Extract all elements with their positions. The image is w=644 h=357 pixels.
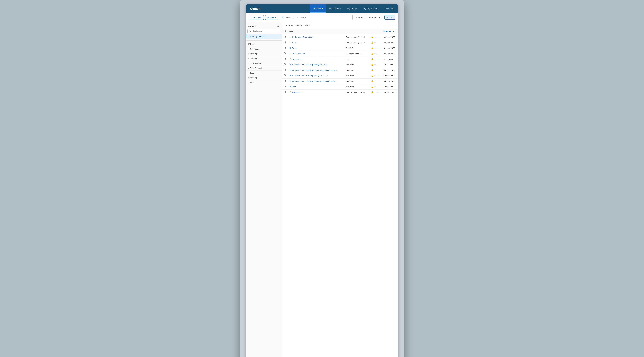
- title-column-header: Title: [287, 29, 344, 34]
- row-date-cell: Dec 10, 2020: [382, 34, 398, 40]
- table-row: ⬡ Parks_and_Open_Space Feature Layer (ho…: [282, 34, 398, 40]
- item-type-icon: 🗺: [289, 63, 292, 66]
- item-title-link[interactable]: trails: [292, 42, 296, 44]
- more-options-icon[interactable]: ···: [377, 58, 379, 60]
- lock-icon: 🔒: [371, 52, 374, 55]
- filter-status[interactable]: › Status: [246, 80, 282, 85]
- item-title-link[interactable]: My points1: [292, 91, 302, 93]
- item-title-link[interactable]: Test: [292, 86, 296, 88]
- filter-categories[interactable]: › Categories: [246, 47, 282, 51]
- row-checkbox-8[interactable]: [284, 80, 286, 82]
- row-icons: 🔒 ☆ ···: [371, 75, 380, 77]
- new-folder-icon[interactable]: ⊡: [277, 25, 279, 28]
- more-options-icon[interactable]: ···: [377, 75, 379, 77]
- row-date-cell: Aug 26, 2020: [382, 79, 398, 84]
- date-modified-label: Date Modified: [369, 16, 381, 19]
- filter-sharing[interactable]: › Sharing: [246, 75, 282, 80]
- favorite-icon[interactable]: ☆: [374, 58, 376, 60]
- filter-date-created[interactable]: › Date Created: [246, 66, 282, 71]
- row-checkbox-5[interactable]: [284, 64, 286, 65]
- filter-date-modified[interactable]: › Date modified: [246, 61, 282, 66]
- row-checkbox-1[interactable]: [284, 41, 286, 43]
- more-options-icon[interactable]: ···: [377, 69, 379, 71]
- search-bar[interactable]: 🔍: [280, 15, 352, 20]
- more-options-icon[interactable]: ···: [377, 91, 379, 93]
- item-title-link[interactable]: LA Parks and Trails Map (styled with pop…: [292, 69, 337, 71]
- lock-icon: 🔒: [371, 80, 374, 82]
- row-icons: 🔒 ☆ ···: [371, 41, 380, 44]
- tab-living-atlas[interactable]: Living Atlas: [382, 5, 398, 13]
- filters-title: Filters: [246, 42, 282, 47]
- top-navigation: Content My Content My Favorites My Group…: [246, 5, 398, 13]
- favorite-icon[interactable]: ☆: [374, 52, 376, 55]
- tab-my-groups[interactable]: My Groups: [344, 5, 360, 13]
- tab-my-content[interactable]: My Content: [310, 5, 326, 13]
- favorite-icon[interactable]: ☆: [374, 69, 376, 71]
- favorite-icon[interactable]: ☆: [374, 47, 376, 49]
- table-view-button[interactable]: ⊞ Table: [354, 15, 364, 20]
- row-type-cell: Feature Layer (hosted): [344, 90, 369, 95]
- tab-my-favorites[interactable]: My Favorites: [326, 5, 344, 13]
- item-title-link[interactable]: Trails: [292, 47, 297, 49]
- more-options-icon[interactable]: ···: [377, 52, 379, 55]
- more-options-icon[interactable]: ···: [377, 47, 379, 49]
- row-icons: 🔒 ☆ ···: [371, 69, 380, 71]
- row-checkbox-cell: [282, 79, 287, 84]
- folder-item-all-my-content[interactable]: 🗂 All My Content: [246, 34, 282, 39]
- favorite-icon[interactable]: ☆: [374, 80, 376, 82]
- item-title-link[interactable]: LA Parks and Trails Map (styled with pop…: [292, 80, 336, 82]
- table-row: ⬡ Trailheads_Tile Tile Layer (hosted) 🔒 …: [282, 51, 398, 57]
- favorite-icon[interactable]: ☆: [374, 41, 376, 44]
- row-checkbox-9[interactable]: [284, 86, 286, 88]
- filter-tags[interactable]: › Tags: [246, 71, 282, 75]
- item-title-link[interactable]: LA Parks and Trails Map (unstyled)-Copy1: [292, 64, 329, 66]
- row-checkbox-0[interactable]: [284, 36, 286, 38]
- add-item-button[interactable]: ⬆ Add Item: [249, 15, 264, 20]
- row-date-cell: Oct 6, 2020: [382, 57, 398, 62]
- folder-filter-input[interactable]: [252, 30, 279, 32]
- folder-filter[interactable]: 🔍: [248, 29, 280, 33]
- row-checkbox-2[interactable]: [284, 47, 286, 49]
- favorite-icon[interactable]: ☆: [374, 91, 376, 93]
- lock-icon: 🔒: [371, 41, 374, 44]
- more-options-icon[interactable]: ···: [377, 86, 379, 88]
- tab-my-organization[interactable]: My Organization: [360, 5, 382, 13]
- favorite-icon[interactable]: ☆: [374, 36, 376, 38]
- row-checkbox-10[interactable]: [284, 91, 286, 93]
- filter-location[interactable]: › Location: [246, 56, 282, 61]
- more-options-icon[interactable]: ···: [377, 80, 379, 82]
- table-header: Title Modified ▼: [282, 29, 398, 34]
- more-options-icon[interactable]: ···: [377, 64, 379, 66]
- search-input[interactable]: [286, 16, 350, 19]
- filter-item-type[interactable]: › Item Type: [246, 51, 282, 56]
- favorite-icon[interactable]: ☆: [374, 64, 376, 66]
- item-title-link[interactable]: LA Parks and Trails Map (unstyled)-Copy: [292, 75, 328, 77]
- favorite-icon[interactable]: ☆: [374, 75, 376, 77]
- table-row: 🗺 LA Parks and Trails Map (unstyled)-Cop…: [282, 73, 398, 79]
- row-checkbox-4[interactable]: [284, 58, 286, 60]
- item-title-link[interactable]: Trailheads: [292, 58, 301, 60]
- date-modified-button[interactable]: ≡ Date Modified: [366, 15, 383, 20]
- row-actions-cell: 🔒 ☆ ···: [369, 90, 382, 95]
- row-title-cell: ▦ Trails: [287, 45, 344, 51]
- item-type-icon: ⬡: [289, 58, 292, 61]
- more-options-icon[interactable]: ···: [377, 36, 379, 38]
- create-button[interactable]: ⊞ Create: [265, 15, 278, 20]
- favorite-icon[interactable]: ☆: [374, 86, 376, 88]
- row-actions-cell: 🔒 ☆ ···: [369, 40, 382, 45]
- filter-tags-label: Tags: [250, 72, 254, 74]
- filter-button[interactable]: ⊟ Filter: [384, 15, 395, 20]
- row-checkbox-6[interactable]: [284, 69, 286, 71]
- item-type-icon: ⬡: [289, 41, 292, 44]
- row-checkbox-3[interactable]: [284, 52, 286, 54]
- more-options-icon[interactable]: ···: [377, 41, 379, 44]
- select-all-checkbox[interactable]: [284, 30, 286, 32]
- row-actions-cell: 🔒 ☆ ···: [369, 62, 382, 68]
- modified-column-header[interactable]: Modified ▼: [382, 29, 398, 34]
- row-date-cell: Nov 20, 2020: [382, 51, 398, 57]
- item-title-link[interactable]: Trailheads_Tile: [292, 53, 305, 55]
- row-icons: 🔒 ☆ ···: [371, 80, 380, 82]
- row-checkbox-7[interactable]: [284, 75, 286, 76]
- table-row: ⬡ My points1 Feature Layer (hosted) 🔒 ☆ …: [282, 90, 398, 95]
- item-title-link[interactable]: Parks_and_Open_Space: [292, 36, 314, 38]
